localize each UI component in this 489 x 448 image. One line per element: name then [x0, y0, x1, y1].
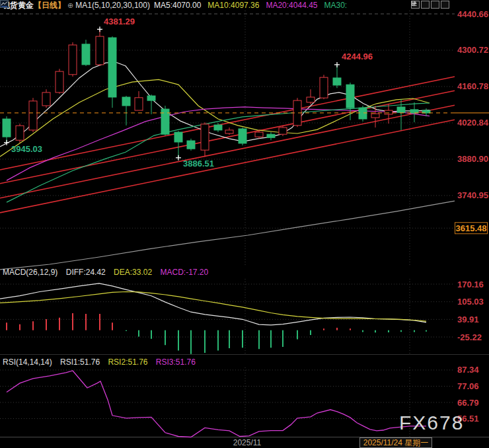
rsi3-value: RSI3:51.76 — [156, 357, 196, 367]
macd-dea-value: DEA:33.02 — [114, 268, 152, 277]
x-axis-current-date-badge: 2025/11/24 星期一 — [359, 437, 432, 448]
mini-chart-icon — [0, 0, 9, 8]
rsi-header: RSI(14,14,14) RSI1:51.76 RSI2:51.76 RSI3… — [3, 358, 202, 367]
svg-text:3945.03: 3945.03 — [11, 144, 42, 154]
autoscroll-play-icon[interactable] — [431, 1, 439, 9]
svg-text:3615.48: 3615.48 — [456, 223, 487, 233]
svg-text:77.06: 77.06 — [457, 381, 479, 391]
macd-params-label: MACD(26,12,9) — [3, 268, 57, 277]
svg-text:87.34: 87.34 — [457, 365, 479, 375]
rsi1-value: RSI1:51.76 — [60, 357, 100, 367]
ma10-value: MA10:4097.36 — [207, 1, 259, 11]
period-label[interactable]: 【日线】 — [34, 1, 65, 11]
indicator-settings-icon[interactable]: ⊕ — [67, 1, 73, 11]
svg-text:66.79: 66.79 — [457, 398, 479, 408]
svg-text:3880.90: 3880.90 — [457, 154, 488, 164]
svg-text:170.16: 170.16 — [457, 280, 484, 289]
chart-canvas[interactable]: 4381.294244.963945.033886.51 4440.664300… — [0, 0, 489, 448]
watermark: FX678 — [399, 412, 464, 434]
x-axis-month-label: 2025/11 — [218, 438, 276, 447]
svg-text:4381.29: 4381.29 — [104, 17, 135, 26]
ma5-value: MA5:4070.00 — [154, 1, 201, 11]
macd-macd-value: MACD:-17.20 — [160, 268, 208, 277]
ma30-value: MA30: — [324, 1, 347, 11]
svg-text:4244.96: 4244.96 — [342, 52, 373, 61]
ma-settings-label[interactable]: MA1(5,10,20,30,100) — [75, 1, 150, 11]
svg-text:4300.72: 4300.72 — [457, 45, 488, 55]
annotations-layer: 4381.294244.963945.033886.51 — [0, 17, 489, 168]
svg-text:4160.78: 4160.78 — [457, 81, 488, 91]
chart-toolbar — [411, 1, 449, 9]
svg-text:39.91: 39.91 — [457, 315, 479, 324]
svg-text:4020.84: 4020.84 — [457, 118, 489, 128]
macd-diff-value: DIFF:24.42 — [66, 268, 106, 277]
trend-lines-layer — [0, 77, 455, 213]
rsi2-value: RSI2:51.76 — [108, 357, 147, 367]
rsi-params-label: RSI(14,14,14) — [3, 357, 52, 367]
price-axis-labels: 4440.664300.724160.784020.843880.903740.… — [455, 9, 489, 424]
chart-window: 4381.294244.963945.033886.51 4440.664300… — [0, 0, 489, 448]
axis-zoom-icon[interactable] — [421, 1, 430, 9]
ma20-value: MA20:4044.45 — [266, 1, 317, 11]
macd-header: MACD(26,12,9) DIFF:24.42 DEA:33.02 MACD:… — [3, 268, 214, 277]
svg-text:3740.95: 3740.95 — [457, 190, 488, 200]
svg-text:-25.22: -25.22 — [457, 332, 482, 342]
pan-right-icon[interactable] — [441, 1, 449, 9]
svg-text:105.03: 105.03 — [457, 297, 484, 307]
svg-text:3886.51: 3886.51 — [183, 159, 214, 168]
candles-layer — [3, 29, 430, 157]
